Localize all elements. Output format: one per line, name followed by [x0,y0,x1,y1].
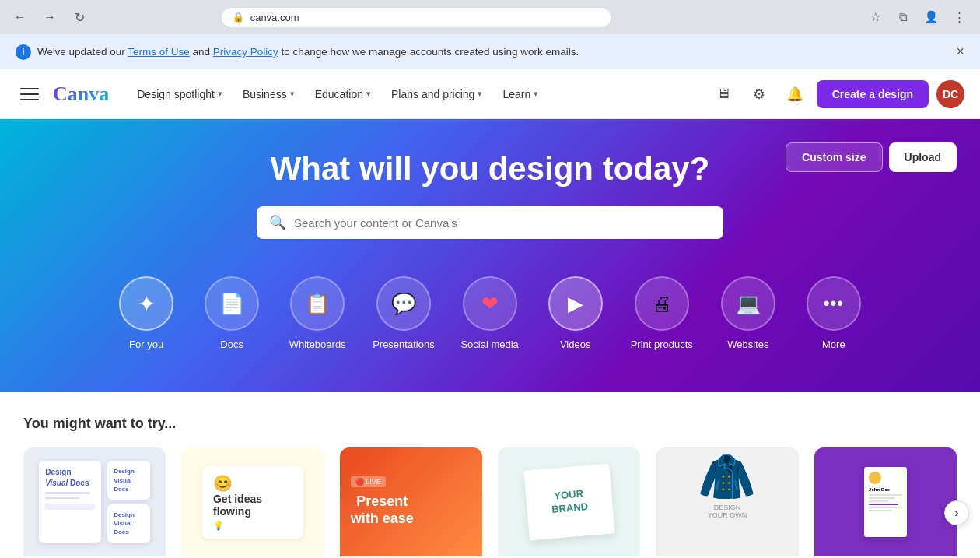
category-label-docs: Docs [220,339,243,350]
next-button[interactable]: › [944,500,969,525]
category-label-whiteboards: Whiteboards [289,339,346,350]
chevron-down-icon: ▾ [218,89,222,99]
nav-items: Design spotlight ▾ Business ▾ Education … [128,82,705,107]
info-banner: i We've updated our Terms of Use and Pri… [0,34,980,69]
navbar: Canva Design spotlight ▾ Business ▾ Educ… [0,69,980,119]
star-button[interactable]: ☆ [865,6,887,28]
nav-item-business[interactable]: Business ▾ [233,82,304,107]
chevron-down-icon: ▾ [534,89,538,99]
card-resume[interactable]: John Doe Resume [814,447,957,558]
banner-close-button[interactable]: × [956,44,964,60]
security-icon: 🔒 [233,12,244,23]
card-hoodie[interactable]: 🧥 DESIGNYOUR OWN Hoodie [656,447,798,558]
category-socialmedia[interactable]: ❤ Social media [447,270,533,356]
category-circle-websites: 💻 [721,276,775,331]
print-icon: 🖨 [652,292,672,316]
category-print[interactable]: 🖨 Print products [618,270,705,356]
card-thumb-hoodie: 🧥 DESIGNYOUR OWN [656,447,798,556]
card-thumb-presentation: 🔴 LIVE Presentwith ease [340,447,482,556]
suggestions-title: You might want to try... [23,416,957,432]
address-bar[interactable]: 🔒 canva.com [222,8,611,27]
category-circle-socialmedia: ❤ [463,276,517,331]
create-design-button[interactable]: Create a design [817,80,929,108]
card-presentation[interactable]: 🔴 LIVE Presentwith ease Presentation (16… [340,447,482,558]
category-label-print: Print products [631,339,693,350]
split-button[interactable]: ⧉ [893,6,915,28]
hero-search-bar[interactable]: 🔍 [257,206,723,239]
presentations-icon: 💬 [391,292,416,316]
settings-icon-button[interactable]: ⚙ [745,80,773,108]
category-whiteboards[interactable]: 📋 Whiteboards [275,270,360,356]
notifications-icon-button[interactable]: 🔔 [781,80,809,108]
cards-row: DesignVisual Docs DesignVisual Docs [23,447,957,558]
category-label-foryou: For you [129,339,163,350]
card-thumb-resume: John Doe [814,447,957,556]
menu-button[interactable]: ⋮ [949,6,971,28]
card-thumb-doc: DesignVisual Docs DesignVisual Docs [23,447,166,556]
browser-actions: ☆ ⧉ 👤 ⋮ [865,6,971,28]
info-icon: i [16,44,31,60]
card-logo[interactable]: YOURBRAND Logo [498,447,640,558]
search-input[interactable] [294,216,711,230]
avatar[interactable]: DC [936,80,964,108]
category-label-socialmedia: Social media [460,339,518,350]
cards-wrapper: DesignVisual Docs DesignVisual Docs [23,447,957,558]
category-circle-more: ••• [807,276,861,331]
docs-icon: 📄 [219,292,244,316]
category-docs[interactable]: 📄 Docs [189,270,275,356]
url-text: canva.com [250,12,299,23]
category-circle-foryou: ✦ [119,276,173,331]
terms-link[interactable]: Terms of Use [128,46,190,58]
category-label-more: More [822,339,845,350]
custom-size-button[interactable]: Custom size [786,142,882,172]
search-icon: 🔍 [269,214,286,231]
browser-chrome: ← → ↻ 🔒 canva.com ☆ ⧉ 👤 ⋮ [0,0,980,34]
search-row: 🔍 [23,206,957,239]
hero-section: Custom size Upload What will you design … [0,119,980,392]
chevron-down-icon: ▾ [478,89,482,99]
more-icon: ••• [824,293,844,314]
card-doc[interactable]: DesignVisual Docs DesignVisual Docs [23,447,166,558]
card-whiteboard[interactable]: 😊 Get ideasflowing 💡 Whiteboard [181,447,324,558]
category-videos[interactable]: ▶ Videos [533,270,618,356]
category-circle-print: 🖨 [635,276,689,331]
category-circle-whiteboards: 📋 [290,276,345,331]
category-foryou[interactable]: ✦ For you [103,270,189,356]
back-button[interactable]: ← [9,6,31,28]
category-circle-docs: 📄 [205,276,259,331]
refresh-button[interactable]: ↻ [68,6,90,28]
category-label-websites: Websites [727,339,768,350]
nav-item-design-spotlight[interactable]: Design spotlight ▾ [128,82,232,107]
card-thumb-logo: YOURBRAND [498,447,640,556]
category-websites[interactable]: 💻 Websites [705,270,791,356]
nav-item-plans-pricing[interactable]: Plans and pricing ▾ [382,82,492,107]
socialmedia-icon: ❤ [481,292,499,316]
logo[interactable]: Canva [53,82,109,106]
nav-item-learn[interactable]: Learn ▾ [493,82,548,107]
videos-icon: ▶ [568,292,583,316]
profile-button[interactable]: 👤 [921,6,943,28]
upload-button[interactable]: Upload [889,142,957,172]
chevron-down-icon: ▾ [366,89,371,99]
card-thumb-whiteboard: 😊 Get ideasflowing 💡 [181,447,324,556]
category-label-presentations: Presentations [373,339,435,350]
nav-item-education[interactable]: Education ▾ [306,82,380,107]
chevron-down-icon: ▾ [290,89,295,99]
forward-button[interactable]: → [39,6,61,28]
foryou-icon: ✦ [138,291,156,317]
category-circle-videos: ▶ [548,276,603,331]
websites-icon: 💻 [736,292,761,316]
hamburger-menu[interactable] [16,80,44,108]
category-label-videos: Videos [560,339,591,350]
category-more[interactable]: ••• More [791,270,877,356]
categories: ✦ For you 📄 Docs 📋 Whiteboards 💬 Present… [23,262,957,369]
privacy-link[interactable]: Privacy Policy [213,46,278,58]
banner-text: We've updated our Terms of Use and Priva… [37,46,579,58]
nav-actions: 🖥 ⚙ 🔔 Create a design DC [709,80,964,108]
suggestions-section: You might want to try... DesignVisual Do… [0,392,980,558]
hero-top-buttons: Custom size Upload [786,142,957,172]
category-presentations[interactable]: 💬 Presentations [360,270,447,356]
category-circle-presentations: 💬 [376,276,431,331]
devices-icon-button[interactable]: 🖥 [709,80,737,108]
whiteboards-icon: 📋 [305,292,330,316]
